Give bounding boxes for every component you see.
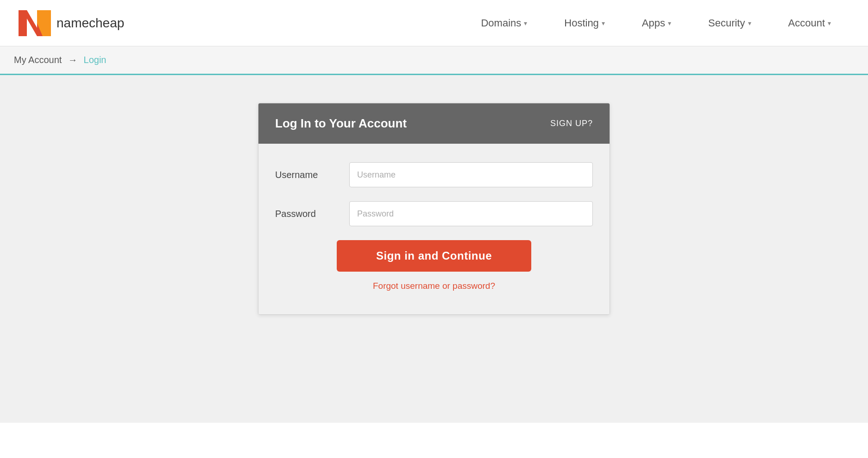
nav-item-domains[interactable]: Domains ▾ xyxy=(462,0,546,46)
nav-apps-label: Apps xyxy=(642,17,665,29)
chevron-down-icon: ▾ xyxy=(602,19,605,27)
nav-hosting-label: Hosting xyxy=(564,17,599,29)
breadcrumb-my-account: My Account xyxy=(14,55,62,65)
chevron-down-icon: ▾ xyxy=(828,19,831,27)
main-nav: Domains ▾ Hosting ▾ Apps ▾ Security ▾ Ac… xyxy=(462,0,849,46)
forgot-password-link[interactable]: Forgot username or password? xyxy=(373,281,495,291)
namecheap-logo-icon xyxy=(19,9,51,37)
breadcrumb: My Account → Login xyxy=(0,46,868,75)
chevron-down-icon: ▾ xyxy=(748,19,751,27)
breadcrumb-login[interactable]: Login xyxy=(84,55,107,65)
password-row: Password xyxy=(275,201,593,226)
username-row: Username xyxy=(275,162,593,187)
nav-item-hosting[interactable]: Hosting ▾ xyxy=(546,0,623,46)
nav-security-label: Security xyxy=(708,17,745,29)
password-input[interactable] xyxy=(349,201,593,226)
signup-link[interactable]: SIGN UP? xyxy=(550,119,593,128)
nav-domains-label: Domains xyxy=(481,17,521,29)
username-label: Username xyxy=(275,170,349,180)
nav-account-label: Account xyxy=(788,17,825,29)
chevron-down-icon: ▾ xyxy=(668,19,671,27)
nav-item-account[interactable]: Account ▾ xyxy=(770,0,850,46)
main-content: Log In to Your Account SIGN UP? Username… xyxy=(0,75,868,423)
card-title: Log In to Your Account xyxy=(275,116,407,131)
header: namecheap Domains ▾ Hosting ▾ Apps ▾ Sec… xyxy=(0,0,868,46)
logo-area: namecheap xyxy=(19,9,462,37)
signin-button[interactable]: Sign in and Continue xyxy=(337,240,531,272)
button-area: Sign in and Continue Forgot username or … xyxy=(275,240,593,291)
breadcrumb-arrow: → xyxy=(68,55,77,65)
login-card: Log In to Your Account SIGN UP? Username… xyxy=(258,103,610,315)
nav-item-security[interactable]: Security ▾ xyxy=(690,0,769,46)
card-header: Log In to Your Account SIGN UP? xyxy=(258,103,610,144)
logo-text: namecheap xyxy=(57,16,124,31)
card-body: Username Password Sign in and Continue F… xyxy=(258,144,610,314)
password-label: Password xyxy=(275,209,349,219)
chevron-down-icon: ▾ xyxy=(524,19,527,27)
username-input[interactable] xyxy=(349,162,593,187)
nav-item-apps[interactable]: Apps ▾ xyxy=(623,0,690,46)
